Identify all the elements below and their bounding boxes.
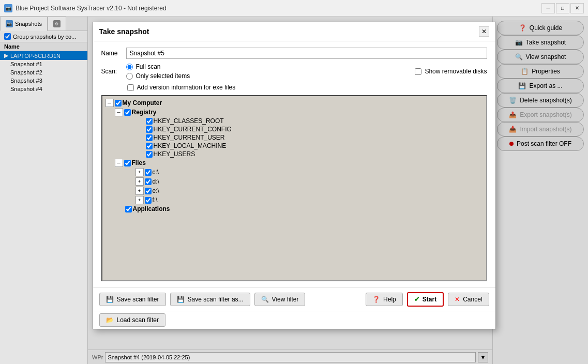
show-removable-option: Show removable disks <box>415 68 487 75</box>
registry-item-checkbox[interactable] <box>146 118 153 125</box>
load-filter-icon: 📂 <box>106 316 114 324</box>
name-label: Name <box>101 50 122 57</box>
file-item-checkbox[interactable] <box>145 169 152 176</box>
files-checkbox[interactable] <box>124 160 131 166</box>
view-filter-button[interactable]: 🔍 View filter <box>254 293 306 306</box>
file-item-checkbox[interactable] <box>145 197 152 204</box>
file-item-label: d:\ <box>153 178 159 185</box>
file-item[interactable]: +f:\ <box>135 195 484 205</box>
save-scan-filter-as-label: Save scan filter as... <box>188 296 244 303</box>
scan-label: Scan: <box>101 68 122 75</box>
my-computer-label: My Computer <box>123 99 162 107</box>
save-scan-filter-button[interactable]: 💾 Save scan filter <box>99 293 166 306</box>
full-scan-radio[interactable] <box>126 64 133 70</box>
dialog-close-button[interactable]: ✕ <box>479 26 489 37</box>
registry-label: Registry <box>132 109 157 116</box>
main-container: 📷 Snapshots ⚙ Group snapshots by co... N… <box>0 17 588 364</box>
registry-item-label: HKEY_CURRENT_CONFIG <box>154 126 232 133</box>
file-item-label: f:\ <box>153 196 158 204</box>
app-icon: 📷 <box>4 4 12 12</box>
registry-item[interactable]: HKEY_LOCAL_MACHINE <box>135 142 484 150</box>
registry-checkbox[interactable] <box>124 109 131 116</box>
files-label: Files <box>132 159 146 166</box>
registry-item-checkbox[interactable] <box>146 134 153 141</box>
file-item[interactable]: +d:\ <box>135 177 484 186</box>
file-item[interactable]: +c:\ <box>135 168 484 177</box>
my-computer-row[interactable]: ─ My Computer <box>104 98 484 108</box>
files-row[interactable]: ─ Files <box>115 158 484 168</box>
dialog-title: Take snapshot <box>99 27 149 36</box>
file-item-label: c:\ <box>153 169 159 176</box>
file-item-label: e:\ <box>153 187 159 194</box>
registry-item-label: HKEY_CLASSES_ROOT <box>154 117 224 125</box>
show-removable-label: Show removable disks <box>425 68 487 75</box>
view-filter-label: View filter <box>272 296 299 303</box>
save-scan-filter-label: Save scan filter <box>117 296 159 303</box>
registry-item[interactable]: HKEY_CLASSES_ROOT <box>135 117 484 125</box>
name-input[interactable] <box>126 48 487 59</box>
add-version-label: Add version information for exe files <box>137 84 236 91</box>
registry-item-checkbox[interactable] <box>146 151 153 158</box>
applications-row[interactable]: Applications <box>115 205 484 213</box>
maximize-button[interactable]: □ <box>556 3 569 13</box>
help-button[interactable]: ❓ Help <box>366 293 403 306</box>
start-button[interactable]: ✔ Start <box>407 292 444 307</box>
file-item-expand[interactable]: + <box>135 177 144 186</box>
registry-item[interactable]: HKEY_CURRENT_CONFIG <box>135 125 484 133</box>
take-snapshot-dialog: Take snapshot ✕ Name Scan: Full scan <box>93 22 496 329</box>
my-computer-expand[interactable]: ─ <box>105 99 114 107</box>
file-item-expand[interactable]: + <box>135 168 144 176</box>
registry-item[interactable]: HKEY_USERS <box>135 150 484 158</box>
help-icon: ❓ <box>372 296 380 303</box>
file-item-expand[interactable]: + <box>135 196 144 204</box>
only-selected-label: Only selected items <box>136 72 190 80</box>
only-selected-option: Only selected items <box>126 72 190 80</box>
only-selected-radio[interactable] <box>126 73 133 80</box>
registry-expand[interactable]: ─ <box>115 108 123 116</box>
cancel-button[interactable]: ✕ Cancel <box>448 293 489 306</box>
add-version-checkbox[interactable] <box>127 84 134 91</box>
dialog-title-bar: Take snapshot ✕ <box>93 22 495 41</box>
full-scan-label: Full scan <box>136 63 161 70</box>
registry-row[interactable]: ─ Registry <box>115 108 484 117</box>
registry-item-checkbox[interactable] <box>146 126 153 133</box>
my-computer-node: ─ My Computer ─ Registry <box>104 98 484 213</box>
registry-item[interactable]: HKEY_CURRENT_USER <box>135 133 484 142</box>
files-expand[interactable]: ─ <box>115 159 123 167</box>
registry-item-label: HKEY_CURRENT_USER <box>154 134 225 141</box>
file-item-expand[interactable]: + <box>135 187 144 195</box>
start-label: Start <box>423 296 436 303</box>
add-version-row: Add version information for exe files <box>101 84 487 91</box>
my-computer-checkbox[interactable] <box>115 100 122 107</box>
registry-item-checkbox[interactable] <box>146 143 153 149</box>
window-controls: ─ □ ✕ <box>541 3 584 13</box>
applications-node: Applications <box>115 205 484 213</box>
cancel-label: Cancel <box>463 296 482 303</box>
show-removable-checkbox[interactable] <box>415 68 421 75</box>
window-close-button[interactable]: ✕ <box>570 3 584 13</box>
files-node: ─ Files +c:\+d:\+e:\+f:\ <box>115 158 484 205</box>
registry-children: HKEY_CLASSES_ROOTHKEY_CURRENT_CONFIGHKEY… <box>135 117 484 158</box>
app-title: Blue Project Software SysTracer v2.10 - … <box>16 5 541 12</box>
save-filter-as-icon: 💾 <box>177 296 185 303</box>
dialog-extra-row: 📂 Load scan filter <box>93 311 495 329</box>
help-label: Help <box>383 296 396 303</box>
dialog-overlay: Take snapshot ✕ Name Scan: Full scan <box>0 17 588 364</box>
minimize-button[interactable]: ─ <box>541 3 555 13</box>
registry-item-label: HKEY_LOCAL_MACHINE <box>154 142 227 149</box>
load-scan-filter-button[interactable]: 📂 Load scan filter <box>99 313 165 327</box>
file-item-checkbox[interactable] <box>145 178 152 185</box>
full-scan-option: Full scan <box>126 63 190 70</box>
view-filter-icon: 🔍 <box>261 296 269 303</box>
radio-group: Full scan Only selected items <box>126 63 190 80</box>
save-scan-filter-as-button[interactable]: 💾 Save scan filter as... <box>170 293 250 306</box>
dialog-bottom: 💾 Save scan filter 💾 Save scan filter as… <box>93 287 495 311</box>
applications-label: Applications <box>133 205 170 213</box>
file-item-checkbox[interactable] <box>145 188 152 194</box>
applications-checkbox[interactable] <box>125 206 132 213</box>
name-row: Name <box>101 48 487 59</box>
registry-node: ─ Registry HKEY_CLASSES_ROOTHKEY_CURRENT… <box>115 108 484 158</box>
file-item[interactable]: +e:\ <box>135 186 484 195</box>
scan-tree[interactable]: ─ My Computer ─ Registry <box>101 95 487 281</box>
load-scan-filter-label: Load scan filter <box>117 316 159 324</box>
